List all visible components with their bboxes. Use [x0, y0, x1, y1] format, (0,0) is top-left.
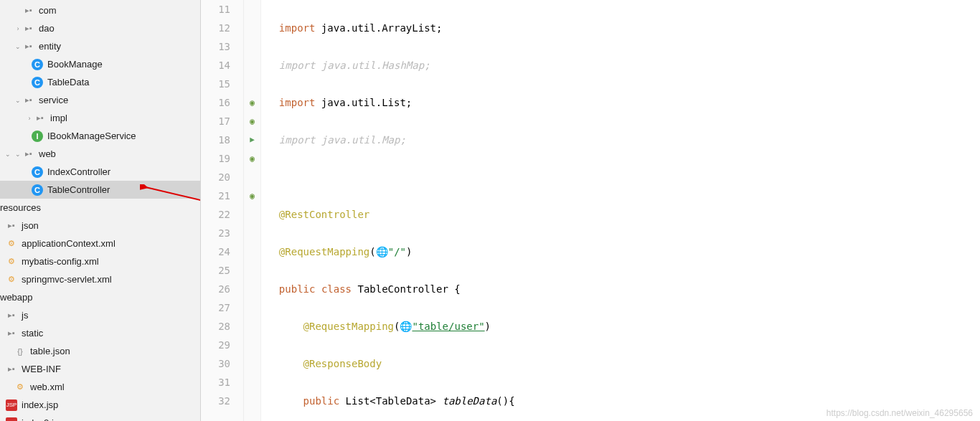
tree-label: com [39, 5, 57, 16]
tree-label: mybatis-config.xml [22, 256, 99, 267]
tree-item-service[interactable]: ⌄▸▪service [0, 91, 200, 109]
tree-label: resources [0, 202, 41, 213]
project-tree[interactable]: ▸▪com ›▸▪dao ⌄▸▪entity CBookManage CTabl… [0, 0, 201, 421]
tree-item-static[interactable]: ▸▪static [0, 324, 200, 342]
tree-item-bookmanage[interactable]: CBookManage [0, 55, 200, 73]
line-number: 21 [201, 186, 230, 205]
tree-item-indexjsp[interactable]: JSPindex.jsp [0, 396, 200, 414]
tree-item-com[interactable]: ▸▪com [0, 1, 200, 19]
line-number: 18 [201, 131, 230, 149]
class-icon: C [32, 59, 43, 70]
tree-label: webapp [0, 292, 33, 303]
folder-icon: ▸▪ [34, 113, 46, 124]
xml-icon: ⚙ [14, 382, 26, 393]
code-line[interactable]: public class TableController { [267, 280, 980, 298]
endpoint-icon[interactable]: ◉ [250, 93, 255, 112]
tree-item-dao[interactable]: ›▸▪dao [0, 19, 200, 37]
endpoint-icon[interactable]: ◉ [250, 149, 255, 168]
tree-label: entity [39, 41, 61, 52]
folder-icon: ▸▪ [23, 23, 34, 34]
tree-item-ibookmanageservice[interactable]: IIBookManageService [0, 127, 200, 145]
class-icon: C [32, 77, 43, 88]
jsp-icon: JSP [6, 399, 17, 411]
code-line[interactable]: import java.util.Map; [267, 131, 980, 149]
line-number: 11 [201, 0, 230, 19]
tree-item-entity[interactable]: ⌄▸▪entity [0, 37, 200, 55]
code-line[interactable] [267, 168, 980, 186]
folder-icon: ▸▪ [23, 95, 34, 106]
code-line[interactable]: import java.util.HashMap; [267, 56, 980, 75]
code-line[interactable]: @ResponseBody [267, 354, 980, 373]
json-icon: {} [14, 346, 26, 357]
tree-label: index2.jsp [22, 417, 64, 421]
tree-item-resources[interactable]: resources [0, 199, 200, 217]
folder-icon: ▸▪ [6, 364, 17, 375]
code-editor[interactable]: 11 12 13 14 15 16 17 18 19 20 21 22 23 2… [201, 0, 980, 421]
line-number: 23 [201, 224, 230, 242]
tree-label: service [39, 95, 68, 105]
chevron-down-icon: ⌄ [13, 97, 23, 104]
line-number: 20 [201, 168, 230, 186]
tree-item-webinf[interactable]: ▸▪WEB-INF [0, 360, 200, 378]
code-line[interactable]: import java.util.ArrayList; [267, 19, 980, 37]
class-icon: C [32, 184, 43, 196]
tree-label: springmvc-servlet.xml [22, 274, 112, 285]
folder-icon: ▸▪ [23, 5, 34, 16]
code-line[interactable]: @RequestMapping(🌐"table/user") [267, 317, 980, 336]
line-number: 27 [201, 298, 230, 317]
tree-label: index.jsp [22, 399, 58, 410]
tree-item-mybatis[interactable]: ⚙mybatis-config.xml [0, 252, 200, 270]
globe-icon: 🌐 [376, 246, 388, 257]
tree-item-impl[interactable]: ›▸▪impl [0, 109, 200, 127]
line-number: 29 [201, 336, 230, 354]
code-line[interactable]: @RequestMapping(🌐"/") [267, 242, 980, 261]
tree-item-springmvc[interactable]: ⚙springmvc-servlet.xml [0, 270, 200, 288]
tree-label: js [22, 310, 28, 321]
tree-label: table.json [30, 346, 70, 356]
line-number: 15 [201, 75, 230, 93]
endpoint-icon[interactable]: ◉ [250, 112, 255, 131]
tree-item-tablecontroller[interactable]: CTableController [0, 181, 200, 199]
line-number: 22 [201, 205, 230, 224]
code-line[interactable]: @RestController [267, 205, 980, 224]
folder-icon: ▸▪ [23, 41, 34, 52]
line-number: 28 [201, 317, 230, 336]
tree-item-index2jsp[interactable]: JSPindex2.jsp [0, 414, 200, 421]
tree-label: dao [39, 23, 55, 34]
tree-item-indexcontroller[interactable]: CIndexController [0, 163, 200, 181]
line-number: 24 [201, 242, 230, 261]
jsp-icon: JSP [6, 417, 17, 422]
tree-label: impl [50, 113, 67, 123]
tree-item-appcontext[interactable]: ⚙applicationContext.xml [0, 235, 200, 252]
xml-icon: ⚙ [6, 256, 17, 268]
gutter-icons: ◉ ◉ ▶ ◉ ◉ [244, 0, 261, 421]
folder-icon: ▸▪ [23, 148, 34, 160]
tree-label: BookManage [47, 59, 103, 70]
code-content[interactable]: import java.util.ArrayList; import java.… [261, 0, 980, 421]
watermark: https://blog.csdn.net/weixin_46295656 [826, 408, 973, 418]
folder-icon: ▸▪ [6, 328, 17, 339]
chevron-right-icon: › [13, 25, 23, 32]
chevron-down-icon: ⌄ [13, 43, 23, 50]
tree-item-json[interactable]: ▸▪json [0, 217, 200, 235]
chevron-right-icon: › [24, 115, 34, 122]
tree-label: static [22, 328, 43, 339]
tree-item-webxml[interactable]: ⚙web.xml [0, 378, 200, 396]
line-number: 13 [201, 37, 230, 56]
line-number: 14 [201, 56, 230, 75]
tree-label: IBookManageService [47, 131, 136, 141]
endpoint-icon[interactable]: ◉ [250, 186, 255, 205]
tree-label: web [39, 148, 56, 159]
line-number: 32 [201, 392, 230, 410]
line-number: 12 [201, 19, 230, 37]
chevron-down-icon: ⌄ [3, 151, 13, 158]
tree-item-tabledata[interactable]: CTableData [0, 73, 200, 91]
xml-icon: ⚙ [6, 274, 17, 285]
tree-item-webapp[interactable]: webapp [0, 288, 200, 306]
tree-item-tablejson[interactable]: {}table.json [0, 342, 200, 360]
tree-item-js[interactable]: ▸▪js [0, 306, 200, 324]
tree-item-web[interactable]: ⌄⌄▸▪web [0, 145, 200, 163]
globe-icon: 🌐 [400, 321, 412, 332]
run-icon[interactable]: ▶ [250, 131, 255, 149]
code-line[interactable]: import java.util.List; [267, 93, 980, 112]
